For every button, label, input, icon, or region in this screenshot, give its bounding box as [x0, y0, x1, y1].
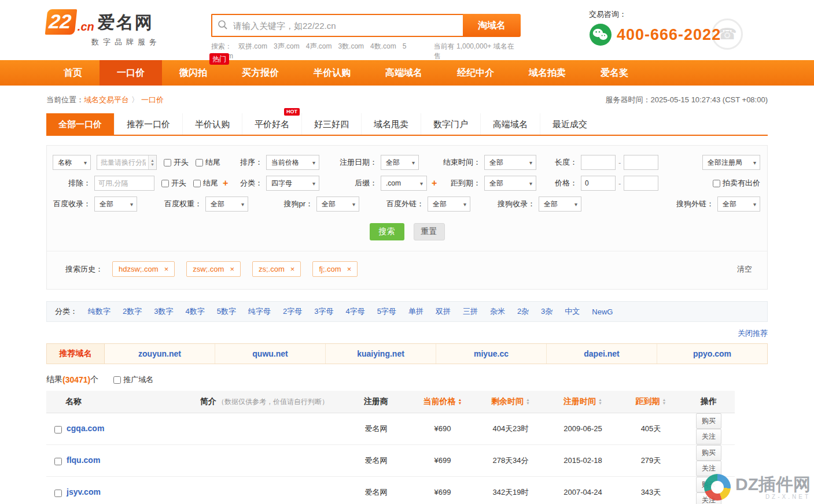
sort-icon[interactable]: ▲▼ — [458, 398, 462, 406]
hint-link[interactable]: 4数.com — [370, 42, 396, 50]
length-max-input[interactable] — [624, 155, 658, 170]
category-link[interactable]: 纯数字 — [88, 306, 111, 317]
tab-all-fixed-price[interactable]: 全部一口价 — [46, 113, 114, 135]
remove-icon[interactable]: × — [290, 265, 295, 273]
remove-icon[interactable]: × — [230, 265, 234, 273]
sogou-backlink-select[interactable]: 全部▾ — [717, 197, 760, 212]
category-link[interactable]: 2字母 — [283, 306, 302, 317]
recommended-domain[interactable]: quwu.net — [215, 344, 326, 364]
history-tag[interactable]: zs;.com× — [252, 261, 301, 277]
hint-link[interactable]: 4声.com — [306, 42, 332, 50]
category-link[interactable]: 单拼 — [408, 306, 423, 317]
sort-icon[interactable]: ▲▼ — [526, 398, 530, 406]
exclude-starts-checkbox-label[interactable]: 开头 — [161, 178, 186, 188]
tab-recent-deals[interactable]: 最近成交 — [540, 113, 599, 135]
tab-half-price[interactable]: 半价认购 — [182, 113, 242, 135]
suffix-select[interactable]: .com▾ — [381, 176, 427, 191]
tab-recommended[interactable]: 推荐一口价 — [114, 113, 182, 135]
exclude-input[interactable] — [94, 176, 154, 191]
follow-button[interactable]: 关注 — [696, 429, 721, 444]
search-button[interactable]: 搜索 — [370, 223, 404, 240]
category-link[interactable]: 3杂 — [541, 306, 553, 317]
recommended-domain[interactable]: dapei.net — [547, 344, 657, 364]
col-remaining-sort[interactable]: 剩余时间▲▼ — [474, 391, 547, 413]
category-link[interactable]: 3字母 — [314, 306, 333, 317]
domain-link[interactable]: cgqa.com — [67, 424, 104, 433]
tab-digital-portal[interactable]: 数字门户 — [421, 113, 480, 135]
sort-select[interactable]: 当前价格▾ — [266, 155, 319, 170]
category-link[interactable]: 3数字 — [154, 306, 173, 317]
starts-with-checkbox-label[interactable]: 开头 — [164, 157, 189, 168]
nav-item-aiming-award[interactable]: 爱名奖 — [583, 60, 646, 86]
category-link[interactable]: 4字母 — [345, 306, 364, 317]
breadcrumb-link-platform[interactable]: 域名交易平台 — [84, 95, 129, 104]
tab-fair-price[interactable]: 平价好名HOT — [242, 113, 301, 135]
nav-item-flash-auction[interactable]: 微闪拍热门 — [162, 60, 224, 86]
category-link[interactable]: 双拼 — [436, 306, 451, 317]
category-link[interactable]: 2数字 — [123, 306, 142, 317]
row-checkbox[interactable] — [54, 458, 62, 465]
hint-link[interactable]: 3数.com — [338, 42, 364, 50]
breadcrumb-link-fixed-price[interactable]: 一口价 — [141, 95, 164, 104]
nav-item-half-price[interactable]: 半价认购 — [296, 60, 368, 86]
row-checkbox[interactable] — [54, 490, 62, 497]
category-link[interactable]: 2杂 — [517, 306, 529, 317]
auction-bid-checkbox-label[interactable]: 拍卖有出价 — [713, 178, 760, 188]
name-field-select[interactable]: 名称▾ — [53, 155, 91, 170]
category-link[interactable]: 5数字 — [217, 306, 236, 317]
baidu-index-select[interactable]: 全部▾ — [94, 197, 137, 212]
stepper[interactable]: ▲▼ — [148, 155, 156, 169]
category-link[interactable]: 4数字 — [185, 306, 204, 317]
stepper-up-icon[interactable]: ▲ — [150, 158, 154, 162]
history-tag[interactable]: fj;.com× — [312, 261, 358, 277]
clear-history-link[interactable]: 清空 — [737, 264, 752, 275]
category-link[interactable]: 杂米 — [490, 306, 505, 317]
plus-icon[interactable]: + — [432, 178, 437, 188]
expire-select[interactable]: 全部▾ — [484, 176, 536, 191]
nav-item-premium-domains[interactable]: 高端域名 — [368, 60, 440, 86]
domain-link[interactable]: flqu.com — [67, 455, 100, 465]
ends-with-checkbox[interactable] — [196, 159, 203, 166]
reset-button[interactable]: 重置 — [414, 223, 445, 240]
sort-icon[interactable]: ▲▼ — [662, 398, 666, 406]
price-min-input[interactable] — [581, 176, 616, 191]
sort-icon[interactable]: ▲▼ — [598, 398, 602, 406]
category-link[interactable]: 纯字母 — [248, 306, 271, 317]
buy-button[interactable]: 购买 — [696, 445, 721, 461]
tab-premium[interactable]: 高端域名 — [480, 113, 540, 135]
site-logo[interactable]: 22 .cn 爱名网 数字品牌服务 — [46, 9, 161, 47]
price-max-input[interactable] — [624, 176, 658, 191]
category-link[interactable]: 中文 — [565, 306, 580, 317]
hint-link[interactable]: 双拼.com — [238, 42, 267, 50]
buy-button[interactable]: 购买 — [696, 413, 721, 429]
nav-item-domain-auction[interactable]: 域名拍卖 — [511, 60, 583, 86]
search-input[interactable] — [211, 14, 463, 37]
search-domain-button[interactable]: 淘域名 — [463, 14, 521, 37]
wechat-icon[interactable] — [589, 23, 612, 46]
promo-domain-checkbox-label[interactable]: 推广域名 — [113, 375, 153, 385]
baidu-backlink-select[interactable]: 全部▾ — [428, 197, 470, 212]
baidu-weight-select[interactable]: 全部▾ — [205, 197, 248, 212]
exclude-ends-checkbox-label[interactable]: 结尾 — [193, 178, 218, 188]
auction-bid-checkbox[interactable] — [713, 180, 720, 187]
recommended-domain[interactable]: kuaiying.net — [326, 344, 436, 364]
exclude-starts-checkbox[interactable] — [161, 180, 169, 187]
remove-icon[interactable]: × — [164, 265, 169, 273]
col-regtime-sort[interactable]: 注册时间▲▼ — [547, 391, 619, 413]
domain-link[interactable]: jsyv.com — [67, 487, 101, 496]
category-link[interactable]: 5字母 — [377, 306, 396, 317]
recommended-domain[interactable]: miyue.cc — [436, 344, 547, 364]
regdate-select[interactable]: 全部▾ — [381, 155, 419, 170]
starts-with-checkbox[interactable] — [164, 159, 171, 166]
category-link[interactable]: NewG — [592, 307, 613, 316]
sogou-index-select[interactable]: 全部▾ — [539, 197, 581, 212]
exclude-ends-checkbox[interactable] — [193, 180, 201, 187]
history-tag[interactable]: hdzsw;.com× — [112, 261, 175, 277]
recommended-domain[interactable]: zouyun.net — [105, 344, 215, 364]
category-select[interactable]: 四字母▾ — [266, 176, 319, 191]
remove-icon[interactable]: × — [347, 265, 352, 273]
length-min-input[interactable] — [581, 155, 616, 170]
col-expire-sort[interactable]: 距到期▲▼ — [619, 391, 683, 413]
plus-icon[interactable]: + — [223, 178, 228, 188]
registry-select[interactable]: 全部注册局▾ — [702, 155, 760, 170]
